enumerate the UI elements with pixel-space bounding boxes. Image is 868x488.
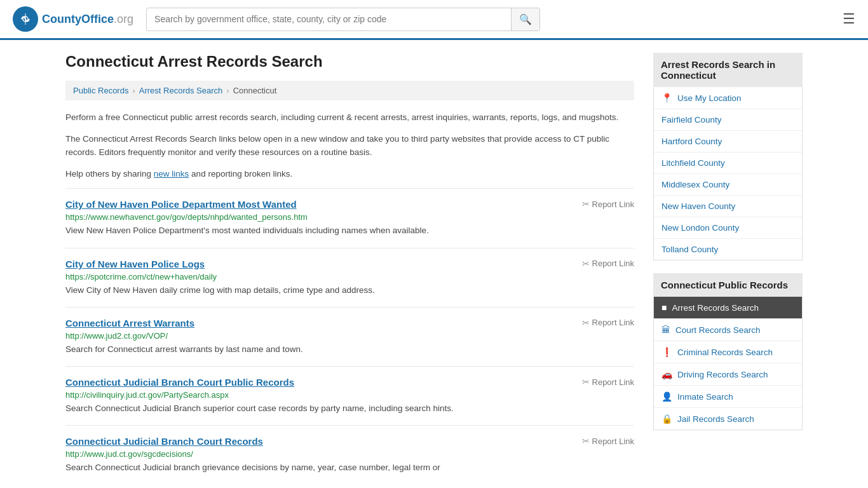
sidebar-county-link[interactable]: Middlesex County (654, 174, 802, 196)
public-records-link[interactable]: 🚗Driving Records Search (654, 363, 802, 386)
public-records-link[interactable]: 🏛Court Records Search (654, 319, 802, 341)
results-list: City of New Haven Police Department Most… (65, 188, 634, 484)
report-icon: ✂ (582, 436, 590, 446)
public-records-link[interactable]: 🔒Jail Records Search (654, 408, 802, 430)
pr-icon: 👤 (661, 391, 672, 402)
sidebar-county-link[interactable]: Tolland County (654, 239, 802, 260)
pr-link-label: Inmate Search (677, 392, 733, 402)
report-link-btn[interactable]: ✂ Report Link (582, 436, 634, 446)
use-my-location[interactable]: 📍 Use My Location (654, 87, 802, 109)
result-title[interactable]: City of New Haven Police Logs (65, 259, 205, 269)
result-item: Connecticut Judicial Branch Court Public… (65, 366, 634, 425)
pr-link-label: Jail Records Search (677, 414, 754, 424)
result-title[interactable]: Connecticut Judicial Branch Court Public… (65, 377, 294, 388)
result-title[interactable]: City of New Haven Police Department Most… (65, 199, 297, 210)
pr-icon: 🔒 (661, 414, 672, 424)
sidebar-county-link[interactable]: Litchfield County (654, 152, 802, 174)
result-title[interactable]: Connecticut Arrest Warrants (65, 318, 194, 329)
report-icon: ✂ (582, 377, 590, 387)
result-header: City of New Haven Police Department Most… (65, 199, 634, 210)
public-records-link[interactable]: 👤Inmate Search (654, 386, 802, 408)
description-1: Perform a free Connecticut public arrest… (65, 111, 634, 125)
public-records-link[interactable]: ❗Criminal Records Search (654, 341, 802, 363)
result-url[interactable]: https://www.newhavenct.gov/gov/depts/nhp… (65, 212, 634, 222)
result-item: Connecticut Arrest Warrants ✂ Report Lin… (65, 307, 634, 366)
page-title: Connecticut Arrest Records Search (65, 53, 634, 71)
report-link-btn[interactable]: ✂ Report Link (582, 377, 634, 387)
result-url[interactable]: http://civilinquiry.jud.ct.gov/PartySear… (65, 390, 634, 400)
pr-icon: 🏛 (661, 325, 670, 335)
public-records-links: ■Arrest Records Search🏛Court Records Sea… (653, 297, 803, 430)
sidebar: Arrest Records Search in Connecticut 📍 U… (653, 53, 803, 485)
sidebar-counties-list: 📍 Use My Location Fairfield CountyHartfo… (653, 87, 803, 261)
report-link-btn[interactable]: ✂ Report Link (582, 199, 634, 209)
menu-icon[interactable]: ☰ (843, 11, 855, 27)
result-item: Connecticut Judicial Branch Court Record… (65, 425, 634, 484)
result-header: Connecticut Arrest Warrants ✂ Report Lin… (65, 318, 634, 329)
main-column: Connecticut Arrest Records Search Public… (65, 53, 634, 485)
result-item: City of New Haven Police Logs ✂ Report L… (65, 248, 634, 307)
search-bar: 🔍 (146, 8, 540, 31)
public-records-link[interactable]: ■Arrest Records Search (654, 297, 802, 319)
result-desc: View New Haven Police Department's most … (65, 224, 634, 237)
result-desc: Search Connecticut Judicial Branch super… (65, 402, 634, 415)
result-url[interactable]: http://www.jud2.ct.gov/VOP/ (65, 331, 634, 341)
result-desc: Search Connecticut Judicial branch griev… (65, 461, 634, 474)
pr-link-label: Criminal Records Search (677, 348, 773, 357)
sidebar-section2-title: Connecticut Public Records (653, 273, 803, 297)
breadcrumb-current: Connecticut (233, 86, 277, 95)
report-icon: ✂ (582, 199, 590, 209)
search-button[interactable]: 🔍 (511, 8, 539, 30)
breadcrumb: Public Records › Arrest Records Search ›… (65, 81, 634, 100)
breadcrumb-link-public-records[interactable]: Public Records (73, 86, 128, 95)
description-3: Help others by sharing new links and rep… (65, 167, 634, 181)
location-icon: 📍 (661, 93, 672, 103)
result-header: Connecticut Judicial Branch Court Public… (65, 377, 634, 388)
report-link-btn[interactable]: ✂ Report Link (582, 259, 634, 269)
breadcrumb-link-arrest-records[interactable]: Arrest Records Search (139, 86, 223, 95)
logo-text: CountyOffice.org (42, 13, 133, 26)
pr-icon: 🚗 (661, 369, 672, 379)
sidebar-section1-title: Arrest Records Search in Connecticut (653, 53, 803, 87)
sidebar-county-link[interactable]: Fairfield County (654, 109, 802, 131)
result-url[interactable]: https://spotcrime.com/ct/new+haven/daily (65, 272, 634, 281)
sidebar-county-link[interactable]: New Haven County (654, 196, 802, 217)
description-2: The Connecticut Arrest Records Search li… (65, 132, 634, 159)
result-header: City of New Haven Police Logs ✂ Report L… (65, 259, 634, 269)
pr-link-label: Court Records Search (675, 325, 761, 335)
result-item: City of New Haven Police Department Most… (65, 188, 634, 247)
result-header: Connecticut Judicial Branch Court Record… (65, 436, 634, 447)
pr-link-label: Arrest Records Search (672, 303, 759, 313)
pr-icon: ❗ (661, 347, 672, 357)
search-input[interactable] (147, 9, 511, 29)
pr-icon: ■ (661, 302, 667, 313)
sidebar-county-link[interactable]: Hartford County (654, 131, 802, 152)
sidebar-county-link[interactable]: New London County (654, 217, 802, 239)
result-url[interactable]: http://www.jud.ct.gov/sgcdecisions/ (65, 449, 634, 459)
site-logo[interactable]: CountyOffice.org (13, 6, 133, 32)
report-icon: ✂ (582, 259, 590, 269)
pr-link-label: Driving Records Search (677, 370, 768, 379)
search-icon: 🔍 (519, 14, 532, 25)
result-desc: View City of New Haven daily crime log w… (65, 284, 634, 297)
site-header: CountyOffice.org 🔍 ☰ (0, 0, 868, 40)
report-icon: ✂ (582, 318, 590, 328)
result-desc: Search for Connecticut arrest warrants b… (65, 343, 634, 356)
new-links-link[interactable]: new links (154, 169, 189, 179)
result-title[interactable]: Connecticut Judicial Branch Court Record… (65, 436, 263, 447)
report-link-btn[interactable]: ✂ Report Link (582, 318, 634, 328)
logo-icon (13, 6, 38, 32)
